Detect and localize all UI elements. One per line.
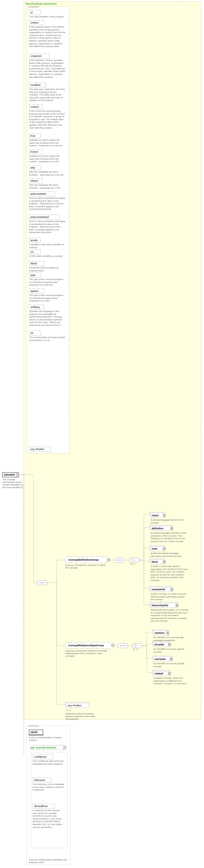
svg-point-100 [120,645,121,646]
svg-text:0..∞: 0..∞ [130,563,135,565]
svg-text:0..∞: 0..∞ [66,709,70,712]
svg-text:any ##other: any ##other [68,704,82,707]
svg-text:qcode: qcode [30,239,38,242]
sequence-indicator [115,558,125,562]
svg-text:uri: uri [30,250,33,253]
svg-text:any ##other: any ##other [30,448,45,451]
svg-text:custom: custom [30,105,39,108]
svg-point-47 [42,583,43,583]
svg-text:derivedfrom: derivedfrom [34,805,48,808]
svg-text:attributes: attributes [28,724,39,727]
svg-point-48 [44,583,45,583]
svg-text:dir: dir [30,332,33,335]
svg-text:pubconstrainturi: pubconstrainturi [30,216,49,219]
svg-text:broader: broader [154,643,165,646]
any-other-attr: any ##other [29,447,51,452]
quantify-attrs-list: confidenceThe confidence with which the … [33,754,64,835]
sequence-indicator [37,581,47,585]
svg-text:pubconstraint: pubconstraint [30,192,47,195]
svg-text:note: note [152,547,157,550]
type-link[interactable]: Flex1PropType (extension) [25,2,57,5]
choice-indicator [129,558,139,562]
svg-point-56 [121,560,122,561]
diagram-root: inlineRef The concept represented by the… [0,0,204,868]
svg-text:howuri: howuri [30,150,38,153]
svg-text:remoteInfo: remoteInfo [152,588,165,591]
svg-point-55 [119,560,120,561]
svg-text:typeuri: typeuri [30,290,38,292]
svg-point-101 [122,645,123,646]
svg-text:why: why [30,166,35,169]
svg-text:relevance: relevance [34,779,45,781]
svg-text:literal: literal [30,262,37,265]
svg-text:grp: quantifyAttributes[interactable]: grp: quantifyAttributes [31,746,56,749]
svg-text:facet: facet [152,560,158,563]
concept-relationships-group: ConceptRelationshipsGroup A group of pro… [65,642,114,660]
svg-point-102 [124,645,125,646]
svg-text:narrower: narrower [154,658,166,660]
attr-pubconstrainturi: pubconstrainturiOne or many constraints … [29,215,65,238]
root-node: inlineRef The concept represented by the… [2,472,26,490]
choice-indicator [132,643,142,648]
svg-point-54 [117,560,118,561]
svg-text:ConceptRelationshipsGroup: ConceptRelationshipsGroup [68,644,104,647]
svg-text:0..∞: 0..∞ [133,648,138,651]
svg-text:xmllang: xmllang [30,306,39,309]
svg-text:confidence: confidence [34,755,47,758]
svg-text:definition: definition [152,527,164,530]
svg-text:id: id [30,11,33,14]
concept-definition-group: ConceptDefinitionGroup A group of proper… [65,557,110,572]
svg-text:creatoruri: creatoruri [30,55,41,58]
svg-text:attributes: attributes [28,5,39,8]
svg-text:hierarchyInfo: hierarchyInfo [152,604,169,607]
svg-text:idrefs: idrefs [30,731,38,734]
sequence-indicator [118,643,127,648]
svg-text:type: type [30,274,35,277]
svg-text:inlineRef: inlineRef [4,473,15,476]
svg-text:whyuri: whyuri [30,179,38,182]
svg-text:ConceptDefinitionGroup: ConceptDefinitionGroup [68,558,99,561]
svg-text:how: how [30,134,35,137]
svg-text:related: related [154,672,163,675]
svg-text:name: name [152,514,159,517]
svg-text:modified: modified [30,84,40,87]
svg-text:creator: creator [30,21,39,24]
svg-text:sameAs: sameAs [154,631,165,634]
svg-point-46 [40,583,41,583]
